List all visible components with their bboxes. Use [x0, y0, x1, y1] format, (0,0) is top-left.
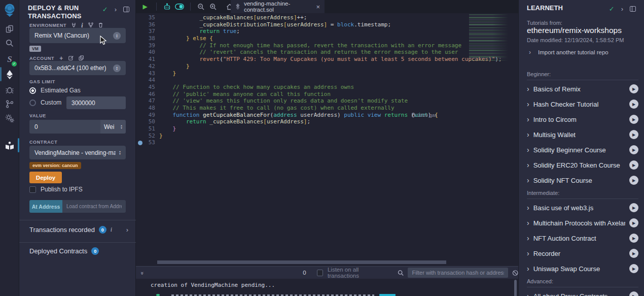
zoom-out-button[interactable] — [195, 0, 207, 13]
terminal-filter-input[interactable] — [408, 268, 508, 278]
code-line[interactable]: 43 } — [136, 70, 518, 77]
estimated-gas-radio[interactable] — [29, 87, 36, 94]
at-address-button[interactable]: At Address — [29, 200, 62, 213]
code-line[interactable]: 45 // Function to check how many cupcake… — [136, 84, 518, 91]
play-tutorial-button[interactable]: ▶ — [629, 249, 638, 258]
deploy-button[interactable]: Deploy — [29, 172, 62, 183]
line-number[interactable]: 39 — [136, 42, 155, 49]
code-line[interactable]: 47 // 'view' means this function only re… — [136, 97, 518, 105]
code-line[interactable]: 48 // This makes it free to call (no gas… — [136, 105, 518, 112]
line-number[interactable]: 49 — [136, 112, 155, 118]
line-number[interactable]: 44 — [136, 77, 155, 83]
code-line[interactable]: 46 // 'public' means anyone can call thi… — [136, 91, 518, 98]
at-address-input[interactable] — [62, 200, 126, 213]
custom-gas-input[interactable] — [66, 96, 126, 109]
code-line[interactable]: 52} — [136, 133, 518, 140]
play-tutorial-button[interactable]: ▶ — [629, 145, 638, 154]
code-line[interactable]: 50 return _cupcakeBalances[userAddress]; — [136, 118, 518, 125]
line-number[interactable]: 46 — [136, 91, 155, 97]
tutorial-item[interactable]: ›Basics of Remix▶ — [527, 81, 638, 96]
tutorial-item[interactable]: ›Hash Checker Tutorial▶ — [527, 96, 638, 112]
play-tutorial-button[interactable]: ▶ — [629, 291, 638, 296]
code-line[interactable]: 42 } — [136, 63, 518, 70]
code-line[interactable]: 36 _cupcakeDistributionTimes[userAddress… — [136, 21, 518, 28]
sidebar-item-plugin-manager[interactable] — [0, 111, 19, 126]
value-input[interactable] — [29, 120, 100, 134]
zoom-in-button[interactable] — [207, 0, 219, 13]
code-line[interactable]: 40 // 'revert' cancels the transaction a… — [136, 49, 518, 56]
tutorial-item[interactable]: ›Basic use of web3.js▶ — [527, 200, 638, 215]
code-line[interactable]: 35 _cupcakeBalances[userAddress]++; — [136, 14, 518, 21]
pin-panel-icon[interactable] — [123, 7, 129, 12]
line-number[interactable]: 45 — [136, 84, 155, 90]
tutorial-item[interactable]: ›Solidity NFT Course▶ — [527, 173, 638, 188]
code-line[interactable]: 49 function getCupcakeBalanceFor(address… — [136, 112, 518, 119]
pin-panel-icon[interactable] — [630, 6, 636, 12]
plus-icon[interactable]: + — [59, 56, 63, 60]
contract-select[interactable]: VendingMachine - vending-machin ▴▾ — [29, 146, 126, 159]
publish-ipfs-checkbox[interactable] — [29, 186, 36, 193]
tutorial-item[interactable]: ›Uniswap Swap Course▶ — [527, 261, 638, 276]
play-tutorial-button[interactable]: ▶ — [629, 264, 638, 273]
code-line[interactable]: 38 } else { — [136, 35, 518, 42]
line-number[interactable]: 53 — [136, 139, 155, 146]
code-editor[interactable]: 35 _cupcakeBalances[userAddress]++;36 _c… — [136, 14, 518, 146]
line-number[interactable]: 41 — [136, 56, 155, 62]
trash-icon[interactable] — [98, 22, 103, 27]
copilot-toggle[interactable] — [173, 0, 186, 13]
line-number[interactable]: 43 — [136, 70, 155, 77]
tutorial-item[interactable]: ›Solidity ERC20 Token Course▶ — [527, 157, 638, 173]
deployed-contracts-row[interactable]: Deployed Contracts 0 — [29, 247, 99, 255]
file-tab-active[interactable]: vending-machine-contract.sol × — [231, 0, 325, 13]
tutorial-item[interactable]: ›Solidity Beginner Course▶ — [527, 142, 638, 157]
line-number[interactable]: 38 — [136, 35, 155, 42]
code-line[interactable]: 44 — [136, 77, 518, 84]
sidebar-item-learneth[interactable] — [0, 138, 19, 153]
line-number[interactable]: 50 — [136, 118, 155, 125]
close-tab-icon[interactable]: × — [316, 3, 320, 11]
edit-icon[interactable] — [68, 55, 74, 60]
play-tutorial-button[interactable]: ▶ — [629, 218, 638, 227]
line-number[interactable]: 35 — [136, 14, 155, 21]
line-number[interactable]: 48 — [136, 105, 155, 111]
chevron-right-icon[interactable]: › — [126, 226, 128, 234]
terminal-scrollbar[interactable] — [514, 280, 517, 296]
tutorial-item[interactable]: ›Recorder▶ — [527, 246, 638, 261]
play-tutorial-button[interactable]: ▶ — [629, 203, 638, 212]
info-icon[interactable]: i — [111, 226, 112, 234]
import-tutorial-repo[interactable]: › Import another tutorial repo — [529, 49, 609, 56]
line-number[interactable]: 37 — [136, 28, 155, 35]
run-script-button[interactable]: ▶ — [138, 0, 152, 13]
transactions-recorded-row[interactable]: Transactions recorded 0 i › — [29, 226, 128, 234]
value-unit-select[interactable]: Wei ▴▾ — [100, 120, 126, 134]
play-tutorial-button[interactable]: ▶ — [629, 100, 638, 109]
tutorial-item[interactable]: ›All about Proxy Contracts▶ — [527, 288, 638, 296]
sidebar-item-search[interactable] — [0, 36, 19, 51]
collapse-terminal-icon[interactable]: » — [141, 270, 144, 276]
play-tutorial-button[interactable]: ▶ — [629, 130, 638, 139]
chevron-right-icon[interactable]: › — [621, 5, 623, 13]
listen-all-checkbox[interactable] — [317, 270, 323, 276]
custom-gas-radio[interactable] — [29, 100, 36, 106]
tutorial-item[interactable]: ›NFT Auction Contract▶ — [527, 231, 638, 246]
tutorial-item[interactable]: ›Multisig Wallet▶ — [527, 127, 638, 142]
remix-logo[interactable] — [0, 2, 19, 18]
plug-icon[interactable] — [71, 22, 76, 27]
play-tutorial-button[interactable]: ▶ — [629, 84, 638, 93]
minimap[interactable] — [469, 14, 512, 61]
code-line[interactable]: 39 // If not enough time has passed, rev… — [136, 42, 518, 49]
horizontal-scrollbar[interactable] — [157, 260, 446, 264]
play-tutorial-button[interactable]: ▶ — [629, 115, 638, 124]
line-number[interactable]: 36 — [136, 21, 155, 28]
play-tutorial-button[interactable]: ▶ — [629, 176, 638, 185]
line-number[interactable]: 51 — [136, 125, 155, 132]
sidebar-item-deploy-and-run[interactable] — [0, 67, 19, 82]
tutorial-item[interactable]: ›Intro to Circom▶ — [527, 112, 638, 127]
copy-icon[interactable] — [79, 55, 84, 60]
code-line[interactable]: 41 revert("HTTP 429: Too Many Cupcakes (… — [136, 56, 518, 63]
sidebar-item-git[interactable] — [0, 96, 19, 112]
ai-assistant-toggle[interactable] — [161, 0, 173, 13]
sidebar-item-debugger[interactable] — [0, 82, 19, 97]
code-line[interactable]: 51 } — [136, 125, 518, 133]
account-select[interactable]: 0x5B3...eddC4 (100 ether) ▴▾ — [29, 61, 126, 75]
